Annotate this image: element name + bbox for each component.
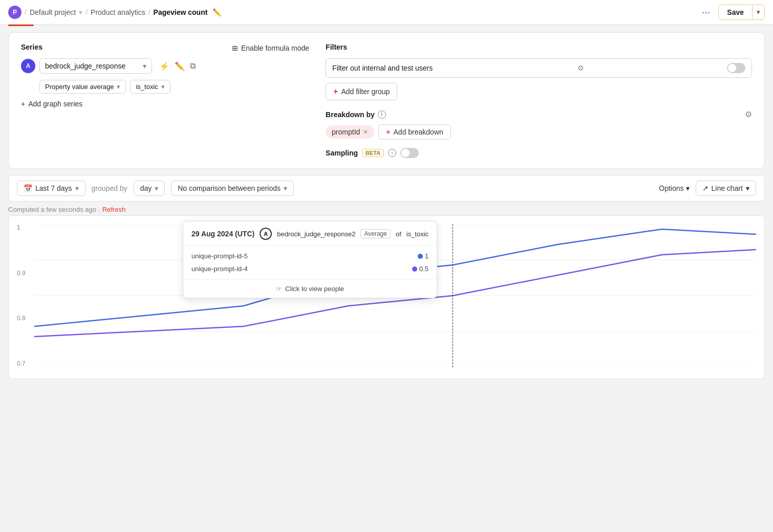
series-row: A bedrock_judge_response ▾ ⚡ ✏️ ⧉ bbox=[21, 58, 216, 74]
series-badge-a: A bbox=[21, 59, 35, 73]
more-options-button[interactable]: ··· bbox=[698, 4, 715, 20]
sampling-toggle[interactable] bbox=[400, 148, 419, 158]
breadcrumb-sep-3: / bbox=[85, 8, 88, 16]
tooltip-dot-2 bbox=[412, 267, 417, 272]
refresh-button[interactable]: Refresh bbox=[102, 206, 126, 213]
breakdown-tag-label: promptId bbox=[332, 128, 360, 136]
y-label-09: 0.9 bbox=[17, 270, 26, 277]
copy-series-icon[interactable]: ⧉ bbox=[189, 60, 197, 72]
add-series-label: Add graph series bbox=[28, 100, 82, 108]
group-unit-caret: ▾ bbox=[155, 184, 158, 192]
cursor-icon: ☞ bbox=[276, 285, 282, 293]
tooltip-date: 29 Aug 2024 (UTC) bbox=[191, 230, 254, 238]
save-caret-button[interactable]: ▾ bbox=[752, 5, 764, 19]
breadcrumb-sep-1: / bbox=[25, 8, 27, 16]
breakdown-section: Breakdown by i ⚙ promptId ✕ + Add breakd… bbox=[326, 109, 752, 140]
top-navigation: P / Default project ▾ / Product analytic… bbox=[0, 0, 773, 25]
chart-type-label: Line chart bbox=[712, 184, 743, 192]
tooltip-row-1-right: 1 bbox=[414, 252, 428, 260]
options-caret: ▾ bbox=[686, 184, 690, 192]
config-card: Series A bedrock_judge_response ▾ ⚡ ✏️ ⧉… bbox=[8, 32, 765, 169]
beta-badge: BETA bbox=[362, 149, 384, 157]
filter-toggle[interactable] bbox=[727, 63, 745, 73]
chart-tooltip: 29 Aug 2024 (UTC) A bedrock_judge_respon… bbox=[183, 221, 437, 298]
property-value-label: Property value average bbox=[45, 83, 114, 91]
group-unit-label: day bbox=[140, 184, 152, 192]
tooltip-average-badge: Average bbox=[360, 229, 390, 238]
filter-icon-btn[interactable]: ⚡ bbox=[158, 60, 170, 72]
tooltip-avatar: A bbox=[260, 228, 272, 240]
topnav-actions: ··· Save ▾ bbox=[698, 4, 765, 20]
active-tab-indicator bbox=[8, 25, 34, 26]
comparison-button[interactable]: No comparison between periods ▾ bbox=[171, 181, 294, 196]
tooltip-of: of bbox=[396, 230, 401, 238]
tooltip-row-2-right: 0.5 bbox=[408, 265, 428, 273]
property-value-dropdown[interactable]: Property value average ▾ bbox=[39, 80, 126, 94]
series-name-label: bedrock_judge_response bbox=[45, 62, 125, 70]
options-button[interactable]: Options ▾ bbox=[659, 184, 689, 192]
computed-bar: Computed a few seconds ago · Refresh bbox=[8, 206, 765, 213]
formula-section: ⊞ Enable formula mode bbox=[232, 43, 309, 52]
breakdown-gear-icon[interactable]: ⚙ bbox=[745, 109, 752, 119]
tooltip-header: 29 Aug 2024 (UTC) A bedrock_judge_respon… bbox=[183, 221, 437, 246]
comparison-label: No comparison between periods bbox=[178, 184, 281, 192]
series-section: Series A bedrock_judge_response ▾ ⚡ ✏️ ⧉… bbox=[21, 43, 216, 108]
y-axis-labels: 1 0.9 0.8 0.7 bbox=[17, 224, 26, 367]
card-header: Series A bedrock_judge_response ▾ ⚡ ✏️ ⧉… bbox=[21, 43, 752, 158]
filters-title: Filters bbox=[326, 43, 752, 51]
breadcrumb-sep-2: ▾ bbox=[79, 8, 82, 16]
tooltip-row-1: unique-prompt-id-5 1 bbox=[183, 250, 437, 262]
save-button[interactable]: Save bbox=[719, 5, 752, 19]
breakdown-title: Breakdown by i bbox=[326, 110, 386, 119]
breadcrumb: P / Default project ▾ / Product analytic… bbox=[8, 6, 221, 19]
is-toxic-caret: ▾ bbox=[161, 83, 165, 91]
add-filter-label: Add filter group bbox=[341, 87, 390, 96]
group-unit-button[interactable]: day ▾ bbox=[134, 181, 165, 196]
add-breakdown-label: Add breakdown bbox=[394, 128, 443, 136]
controls-bar: 📅 Last 7 days ▾ grouped by day ▾ No comp… bbox=[8, 175, 765, 202]
click-to-view-people-button[interactable]: ☞ Click to view people bbox=[276, 285, 344, 293]
formula-icon: ⊞ bbox=[232, 44, 238, 52]
sampling-info-icon[interactable]: i bbox=[388, 149, 396, 157]
filter-row-internal: Filter out internal and test users ⚙ bbox=[326, 58, 752, 78]
edit-series-icon[interactable]: ✏️ bbox=[174, 60, 186, 72]
series-title: Series bbox=[21, 43, 216, 51]
breadcrumb-default-project[interactable]: Default project bbox=[30, 8, 76, 16]
tooltip-footer: ☞ Click to view people bbox=[183, 279, 437, 298]
series-name-dropdown[interactable]: bedrock_judge_response ▾ bbox=[39, 58, 152, 74]
breakdown-header: Breakdown by i ⚙ bbox=[326, 109, 752, 119]
date-range-button[interactable]: 📅 Last 7 days ▾ bbox=[17, 181, 85, 196]
is-toxic-dropdown[interactable]: is_toxic ▾ bbox=[130, 80, 170, 94]
breakdown-tag-remove[interactable]: ✕ bbox=[363, 128, 368, 136]
add-breakdown-plus: + bbox=[386, 128, 390, 136]
breadcrumb-sep-4: / bbox=[148, 8, 151, 16]
add-series-button[interactable]: + Add graph series bbox=[21, 100, 82, 108]
tooltip-row-2: unique-prompt-id-4 0.5 bbox=[183, 262, 437, 275]
options-label: Options bbox=[659, 184, 683, 192]
breadcrumb-current-page: Pageview count bbox=[154, 8, 208, 16]
chart-type-button[interactable]: ↗ Line chart ▾ bbox=[696, 181, 756, 196]
tooltip-series: bedrock_judge_response2 bbox=[277, 230, 355, 238]
breadcrumb-product-analytics[interactable]: Product analytics bbox=[91, 8, 145, 16]
edit-icon[interactable]: ✏️ bbox=[212, 8, 221, 16]
add-breakdown-button[interactable]: + Add breakdown bbox=[378, 124, 450, 140]
filter-label-internal: Filter out internal and test users bbox=[332, 64, 433, 72]
chart-type-caret: ▾ bbox=[746, 184, 749, 192]
chart-area: 1 0.9 0.8 0.7 29 Aug 2024 (UTC) A bedroc… bbox=[8, 215, 765, 379]
breakdown-title-label: Breakdown by bbox=[326, 110, 375, 119]
add-filter-group-button[interactable]: + Add filter group bbox=[326, 83, 397, 100]
enable-formula-button[interactable]: ⊞ Enable formula mode bbox=[232, 44, 309, 52]
calendar-icon: 📅 bbox=[24, 184, 32, 192]
y-label-07: 0.7 bbox=[17, 360, 26, 367]
computed-text: Computed a few seconds ago bbox=[8, 206, 96, 213]
formula-label: Enable formula mode bbox=[241, 44, 309, 52]
filter-gear-icon[interactable]: ⚙ bbox=[577, 64, 584, 72]
breakdown-info-icon[interactable]: i bbox=[378, 110, 386, 119]
grouped-by-label: grouped by bbox=[92, 184, 127, 192]
filters-section: Filters Filter out internal and test use… bbox=[326, 43, 752, 158]
add-series-plus: + bbox=[21, 100, 25, 108]
breakdown-tags: promptId ✕ + Add breakdown bbox=[326, 124, 752, 140]
is-toxic-label: is_toxic bbox=[136, 83, 158, 91]
linechart-icon: ↗ bbox=[702, 184, 708, 192]
comparison-caret: ▾ bbox=[284, 184, 287, 192]
